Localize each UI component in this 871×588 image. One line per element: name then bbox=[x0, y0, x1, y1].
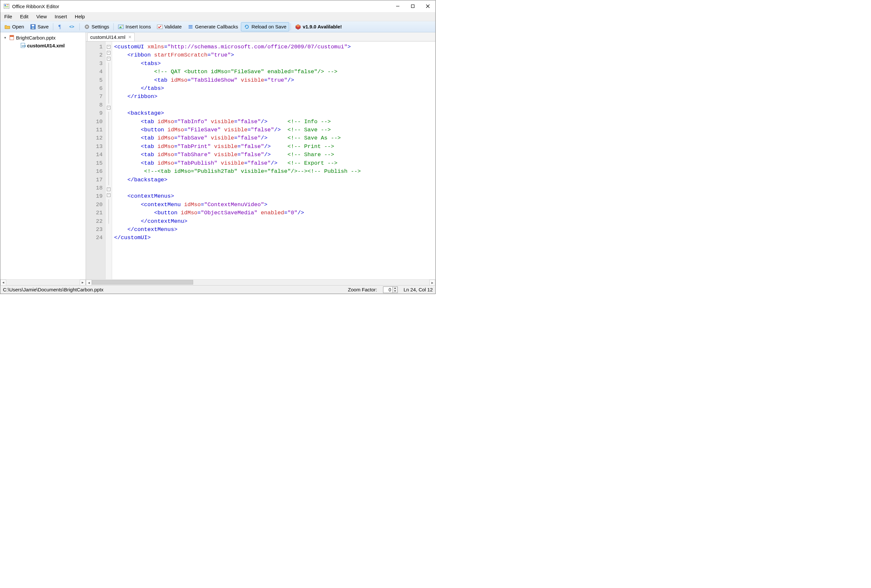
svg-rect-26 bbox=[10, 35, 14, 37]
reload-icon bbox=[244, 24, 250, 30]
version-label: v1.9.0 Avalilable! bbox=[303, 24, 342, 29]
menu-view[interactable]: View bbox=[34, 13, 49, 20]
validate-label: Validate bbox=[165, 24, 182, 29]
svg-marker-22 bbox=[245, 27, 246, 28]
tree-view[interactable]: ▾ BrightCarbon.pptx xml customUI14.xml bbox=[0, 32, 85, 279]
svg-text:<>: <> bbox=[69, 24, 75, 29]
scroll-right-icon[interactable]: ► bbox=[80, 280, 85, 285]
title-bar: Office RibbonX Editor bbox=[0, 0, 436, 12]
package-icon bbox=[295, 24, 301, 30]
sidebar: ▾ BrightCarbon.pptx xml customUI14.xml ◄… bbox=[0, 32, 86, 285]
editor-tab-label: customUI14.xml bbox=[90, 34, 126, 40]
chevron-down-icon[interactable]: ▾ bbox=[3, 36, 7, 40]
settings-label: Settings bbox=[91, 24, 109, 29]
scroll-left-icon[interactable]: ◄ bbox=[86, 280, 92, 285]
scroll-right-icon[interactable]: ► bbox=[430, 280, 436, 285]
toolbar-separator bbox=[53, 23, 53, 30]
scroll-left-icon[interactable]: ◄ bbox=[0, 280, 6, 285]
save-icon bbox=[30, 24, 36, 30]
menu-help[interactable]: Help bbox=[73, 13, 87, 20]
svg-point-17 bbox=[122, 25, 123, 26]
line-number-gutter: 1 2 3 4 5 6 7 8 9 10 11 12 13 14 15 16 1… bbox=[86, 42, 106, 279]
zoom-spinner[interactable]: 0 ▲ ▼ bbox=[383, 287, 398, 293]
main-split: ▾ BrightCarbon.pptx xml customUI14.xml ◄… bbox=[0, 32, 436, 285]
sidebar-scrollbar[interactable]: ◄ ► bbox=[0, 279, 85, 285]
pptx-file-icon bbox=[9, 34, 15, 40]
open-button[interactable]: Open bbox=[1, 22, 27, 31]
menu-edit[interactable]: Edit bbox=[18, 13, 30, 20]
editor-pane: customUI14.xml ✕ 1 2 3 4 5 6 7 8 9 10 11… bbox=[86, 32, 436, 285]
svg-rect-9 bbox=[32, 25, 34, 27]
close-button[interactable] bbox=[420, 0, 436, 12]
editor-tab[interactable]: customUI14.xml ✕ bbox=[87, 33, 135, 41]
svg-rect-3 bbox=[4, 6, 9, 7]
app-icon bbox=[4, 3, 9, 9]
tag-button[interactable]: <> bbox=[66, 22, 78, 31]
svg-rect-1 bbox=[4, 4, 6, 6]
window-title: Office RibbonX Editor bbox=[12, 4, 59, 9]
save-label: Save bbox=[37, 24, 49, 29]
xml-file-icon: xml bbox=[20, 42, 26, 48]
menu-file[interactable]: File bbox=[2, 13, 14, 20]
zoom-label: Zoom Factor: bbox=[348, 287, 377, 293]
toolbar: Open Save ¶ <> Settings Insert Icons Val… bbox=[0, 21, 436, 32]
version-button[interactable]: v1.9.0 Avalilable! bbox=[292, 22, 345, 31]
gear-icon bbox=[84, 24, 90, 30]
svg-point-14 bbox=[86, 26, 88, 27]
generate-callbacks-label: Generate Callbacks bbox=[195, 24, 238, 29]
code-content[interactable]: <customUI xmlns="http://schemas.microsof… bbox=[112, 42, 436, 279]
menu-bar: File Edit View Insert Help bbox=[0, 12, 436, 21]
scroll-track[interactable] bbox=[92, 280, 430, 285]
save-button[interactable]: Save bbox=[27, 22, 52, 31]
settings-button[interactable]: Settings bbox=[81, 22, 112, 31]
menu-insert[interactable]: Insert bbox=[52, 13, 69, 20]
folder-open-icon bbox=[4, 24, 10, 30]
pilcrow-icon: ¶ bbox=[57, 24, 63, 30]
zoom-up-icon[interactable]: ▲ bbox=[393, 287, 397, 290]
tree-root-item[interactable]: ▾ BrightCarbon.pptx bbox=[0, 34, 85, 42]
svg-text:xml: xml bbox=[22, 45, 26, 47]
zoom-value[interactable]: 0 bbox=[383, 287, 392, 293]
tree-child-label: customUI14.xml bbox=[27, 43, 65, 48]
code-editor[interactable]: 1 2 3 4 5 6 7 8 9 10 11 12 13 14 15 16 1… bbox=[86, 42, 436, 279]
close-tab-icon[interactable]: ✕ bbox=[128, 34, 132, 40]
reload-label: Reload on Save bbox=[251, 24, 286, 29]
tree-child-item[interactable]: xml customUI14.xml bbox=[0, 42, 85, 49]
svg-rect-2 bbox=[6, 4, 9, 5]
app-window: Office RibbonX Editor File Edit View Ins… bbox=[0, 0, 436, 294]
reload-on-save-button[interactable]: Reload on Save bbox=[241, 22, 289, 31]
zoom-down-icon[interactable]: ▼ bbox=[393, 290, 397, 293]
validate-button[interactable]: Validate bbox=[154, 22, 185, 31]
status-bar: C:\Users\Jamie\Documents\BrightCarbon.pp… bbox=[0, 285, 436, 294]
minimize-button[interactable] bbox=[390, 0, 405, 12]
list-icon bbox=[188, 24, 193, 30]
fold-column[interactable]: −−− − −− bbox=[106, 42, 112, 279]
status-path: C:\Users\Jamie\Documents\BrightCarbon.pp… bbox=[3, 287, 103, 293]
editor-tabbar: customUI14.xml ✕ bbox=[86, 32, 436, 42]
toolbar-separator bbox=[79, 23, 80, 30]
cursor-position: Ln 24, Col 12 bbox=[404, 287, 433, 293]
editor-scrollbar[interactable]: ◄ ► bbox=[86, 279, 436, 285]
maximize-button[interactable] bbox=[405, 0, 420, 12]
insert-icons-label: Insert Icons bbox=[126, 24, 151, 29]
svg-rect-5 bbox=[412, 5, 415, 8]
image-icon bbox=[118, 24, 124, 30]
svg-text:¶: ¶ bbox=[58, 24, 61, 29]
validate-icon bbox=[157, 24, 163, 30]
open-label: Open bbox=[12, 24, 24, 29]
svg-rect-10 bbox=[32, 27, 34, 29]
pilcrow-button[interactable]: ¶ bbox=[55, 22, 66, 31]
tree-root-label: BrightCarbon.pptx bbox=[16, 35, 55, 40]
scroll-thumb[interactable] bbox=[92, 280, 193, 285]
generate-callbacks-button[interactable]: Generate Callbacks bbox=[185, 22, 241, 31]
code-brackets-icon: <> bbox=[69, 24, 75, 30]
toolbar-separator bbox=[290, 23, 291, 30]
insert-icons-button[interactable]: Insert Icons bbox=[115, 22, 154, 31]
